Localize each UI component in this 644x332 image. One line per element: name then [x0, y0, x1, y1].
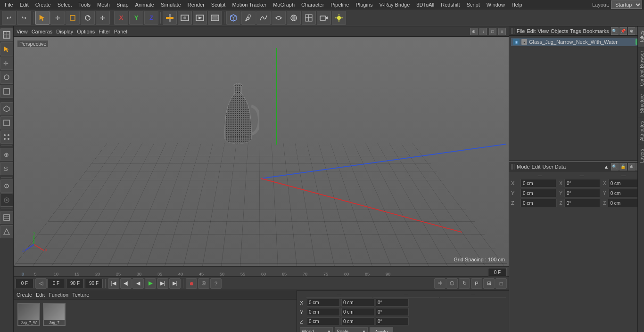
coord-x-val3[interactable]: 0° [376, 299, 409, 307]
coord-y-val1[interactable]: 0 cm [307, 308, 340, 316]
objects-search-btn[interactable]: 🔍 [611, 27, 619, 35]
matrix-tool-btn[interactable]: ⊞ [483, 278, 495, 289]
menu-snap[interactable]: Snap [114, 1, 132, 8]
mat-thumb-0[interactable]: Jug_7_W [17, 303, 40, 326]
sidebar-scale-mode[interactable] [0, 85, 13, 98]
vp-menu-options[interactable]: Options [77, 29, 95, 34]
vp-ctrl-4[interactable]: ≡ [498, 28, 506, 35]
mat-menu-function[interactable]: Function [49, 292, 68, 298]
axis-y-button[interactable]: Y [129, 11, 143, 25]
vp-menu-view[interactable]: View [17, 29, 28, 34]
objects-edit-menu[interactable]: Edit [527, 28, 536, 34]
anim-tool-btn[interactable]: P [471, 278, 482, 289]
mat-menu-edit[interactable]: Edit [36, 292, 45, 298]
timeline-ruler[interactable]: 5 10 15 20 25 30 35 40 45 50 55 60 65 70 [25, 267, 486, 276]
step-back-btn[interactable]: ◀| [120, 278, 132, 289]
menu-render[interactable]: Render [185, 1, 207, 8]
axis-x-button[interactable]: X [114, 11, 128, 25]
cube-button[interactable] [226, 11, 240, 25]
menu-pipeline[interactable]: Pipeline [328, 1, 352, 8]
coord-z-val1[interactable]: 0 cm [307, 317, 340, 325]
mat-menu-texture[interactable]: Texture [72, 292, 89, 298]
tab-takes[interactable]: Takes [638, 26, 644, 47]
objects-tags-menu[interactable]: Tags [570, 28, 581, 34]
frame-start-input[interactable] [16, 279, 33, 288]
mat-menu-create[interactable]: Create [17, 292, 32, 298]
attr-panel-handle[interactable] [511, 164, 515, 170]
scale-dropdown[interactable]: Scale ▼ [335, 327, 368, 332]
viewport[interactable]: View Cameras Display Options Filter Pane… [14, 26, 509, 266]
grid-tool-right-btn[interactable]: ⬡ [446, 278, 458, 289]
tab-layers[interactable]: Layers [638, 145, 644, 167]
menu-file[interactable]: File [2, 1, 16, 8]
skip-to-start-btn[interactable]: |◀ [108, 278, 119, 289]
attr-mode-menu[interactable]: Mode [517, 164, 530, 170]
menu-select[interactable]: Select [55, 1, 75, 8]
grid-button[interactable] [302, 11, 316, 25]
tab-content-browser[interactable]: Content Browser [638, 47, 644, 89]
tab-structure[interactable]: Structure [638, 90, 644, 117]
deform-button[interactable] [272, 11, 286, 25]
coord-x-val2[interactable]: 0 cm [341, 299, 374, 307]
menu-mograph[interactable]: MoGraph [270, 1, 297, 8]
sidebar-snap-btn[interactable] [0, 179, 13, 193]
play-forward-btn[interactable]: ▶ [145, 278, 156, 289]
snap-tool-right-btn[interactable]: ✛ [434, 278, 446, 289]
sidebar-rotate-mode[interactable] [0, 71, 13, 84]
attr-search-btn[interactable]: 🔍 [611, 163, 619, 170]
menu-redshift[interactable]: Redshift [438, 1, 462, 8]
attr-arrow-btn[interactable]: ▲ [603, 163, 610, 170]
sidebar-polygon-mode[interactable] [0, 102, 13, 115]
menu-window[interactable]: Window [484, 1, 508, 8]
spline-button[interactable] [256, 11, 271, 25]
object-visibility-icon[interactable]: ● [521, 39, 527, 45]
move-tool-button[interactable]: ✛ [50, 11, 65, 25]
step-forward-btn[interactable]: ▶| [157, 278, 168, 289]
frame-end-input[interactable] [85, 279, 103, 288]
attr-expand-btn[interactable]: ⊕ [628, 163, 636, 170]
shader-button[interactable] [287, 11, 301, 25]
apply-button[interactable]: Apply [370, 327, 393, 332]
undo-button[interactable]: ↩ [2, 11, 16, 25]
object-move-button[interactable] [163, 11, 177, 25]
vp-ctrl-1[interactable]: ⊕ [470, 28, 478, 35]
vp-menu-panel[interactable]: Panel [114, 29, 127, 34]
render-settings-button[interactable] [178, 11, 192, 25]
viewport-canvas[interactable]: Perspective [14, 37, 509, 266]
skip-to-end-btn[interactable]: ▶| [169, 278, 181, 289]
record-btn[interactable]: ⏺ [186, 278, 197, 289]
timeline[interactable]: 0 5 10 15 20 25 30 35 40 45 50 55 60 [14, 266, 509, 276]
sidebar-solo-btn[interactable] [0, 194, 13, 207]
sidebar-sculpt-btn[interactable]: S [0, 162, 13, 175]
attr-edit-menu[interactable]: Edit [532, 164, 541, 170]
menu-simulate[interactable]: Simulate [158, 1, 184, 8]
menu-motion-tracker[interactable]: Motion Tracker [229, 1, 269, 8]
vp-ctrl-3[interactable]: □ [489, 28, 496, 35]
sidebar-layer-btn[interactable] [0, 211, 13, 224]
attr-lock-btn[interactable]: 🔒 [619, 163, 627, 170]
objects-expand-btn[interactable]: ⊕ [628, 27, 636, 35]
attr-y-rot[interactable]: 0° [564, 189, 600, 197]
attr-x-pos[interactable]: 0 cm [520, 179, 556, 187]
vp-ctrl-2[interactable]: ↕ [479, 28, 487, 35]
frame-min-input[interactable] [47, 279, 65, 288]
menu-character[interactable]: Character [298, 1, 327, 8]
menu-animate[interactable]: Animate [132, 1, 157, 8]
sidebar-model-mode[interactable] [0, 28, 13, 41]
frame-step-back-btn[interactable]: ◁ [35, 278, 47, 289]
world-dropdown[interactable]: World ▼ [300, 327, 333, 332]
sidebar-point-mode[interactable] [0, 130, 13, 144]
coord-y-val2[interactable]: 0 cm [341, 308, 374, 316]
frame-max-input[interactable] [66, 279, 84, 288]
vp-menu-cameras[interactable]: Cameras [32, 29, 53, 34]
render-region-button[interactable] [208, 11, 222, 25]
attr-z-rot[interactable]: 0° [564, 199, 601, 207]
sidebar-scene-btn[interactable] [0, 225, 13, 238]
rotate-tool-right-btn[interactable]: ↻ [459, 278, 470, 289]
jug-object[interactable] [222, 82, 259, 154]
timeline-frame-input[interactable] [488, 268, 507, 276]
attr-y-pos[interactable]: 0 cm [520, 189, 556, 197]
sidebar-texture-mode[interactable]: ⊕ [0, 148, 13, 161]
attr-z-pos[interactable]: 0 cm [520, 199, 557, 207]
objects-view-menu[interactable]: View [537, 28, 549, 34]
